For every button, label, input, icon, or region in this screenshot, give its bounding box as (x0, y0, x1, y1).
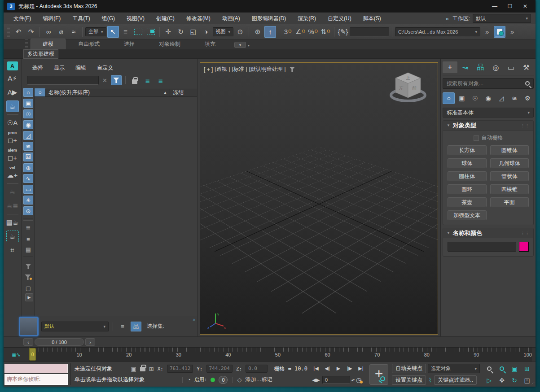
tab-modeling[interactable]: 建模 (31, 39, 66, 49)
unlink-selection-icon[interactable]: ⌀ (55, 26, 67, 38)
display-notes-icon[interactable]: ≣ (23, 223, 33, 232)
named-selection-field[interactable] (350, 27, 389, 36)
state-sets-button[interactable]: ⌗ (6, 244, 19, 256)
expand-panel-button[interactable]: ▶ (25, 293, 33, 301)
absolute-offset-icon[interactable]: ⊞ (149, 366, 154, 372)
light-explorer-button[interactable]: ☉A (6, 117, 19, 129)
select-and-rotate-icon[interactable]: ↻ (175, 26, 187, 38)
selection-lock-icon[interactable] (140, 365, 145, 373)
zoom-all-icon[interactable] (496, 363, 508, 374)
tab-modify[interactable]: ↝ (458, 61, 473, 73)
z-coordinate-field[interactable]: 0.0 (246, 365, 268, 373)
select-and-move-icon[interactable]: ✛ (162, 26, 174, 38)
tab-polygon-modeling[interactable]: 多边形建模 (23, 49, 58, 59)
zoom-extents-icon[interactable]: ▣ (509, 363, 520, 374)
frozen-column-header[interactable]: 冻结 (170, 89, 197, 96)
tab-hierarchy[interactable]: 品 (473, 61, 488, 73)
select-and-manipulate-icon[interactable]: ⊕ (252, 26, 263, 38)
resize-grip-icon[interactable]: ⋰ (531, 381, 535, 386)
use-pivot-center-icon[interactable]: ⊙ (234, 26, 246, 38)
listener-output-field[interactable] (4, 364, 68, 373)
category-shapes-icon[interactable]: ▣ (456, 92, 468, 104)
type-column-header[interactable]: ○ (35, 88, 45, 96)
tab-object-paint[interactable]: 对象绘制 (147, 39, 192, 49)
time-configuration-icon[interactable]: ◷ (356, 376, 361, 383)
angle-snap-icon[interactable]: ∠Ω (294, 26, 306, 38)
key-target-dropdown[interactable]: 选定对象▾ (428, 364, 480, 373)
tab-utilities[interactable]: ⚒ (519, 61, 534, 73)
tab-display[interactable]: ▭ (504, 61, 518, 73)
category-systems-icon[interactable]: ⚙ (522, 92, 534, 104)
filter-bones-icon[interactable]: ∿ (23, 174, 33, 183)
object-search-input[interactable]: 搜索所有对象... (443, 78, 534, 89)
menu-item-11[interactable]: 自定义(U) (322, 13, 357, 24)
script-editor-button[interactable]: A (7, 61, 18, 70)
render-region-button[interactable]: ☕ (6, 231, 19, 242)
snaps-toggle-3d-icon[interactable]: 3Ω (282, 26, 294, 38)
mini-curve-editor-icon[interactable]: ≣∿ (4, 348, 29, 362)
primitive-button-9[interactable]: 茶壶 (448, 197, 487, 207)
set-key-mode-button[interactable]: 设置关键点 (392, 375, 426, 385)
ribbon-grip[interactable] (25, 39, 28, 49)
render-setup-button[interactable]: ☕ (6, 100, 19, 112)
listener-input-field[interactable]: 脚本迷你侦听: (4, 374, 68, 385)
menu-item-4[interactable]: 组(G) (97, 13, 120, 24)
render-list-button[interactable]: ☕≣ (6, 200, 19, 212)
explorer-menu-3[interactable]: 编辑 (71, 63, 91, 73)
workspace-dropdown[interactable]: 默认▾ (473, 14, 531, 23)
explorer-overflow-icon[interactable]: » (193, 317, 195, 322)
hierarchy-view-icon[interactable]: 品 (131, 322, 141, 331)
filter-containers-icon[interactable]: ⊕ (23, 163, 33, 172)
primitive-button-2[interactable]: 圆锥体 (490, 145, 529, 155)
view-cube[interactable]: 上 左 前 (386, 69, 430, 110)
menu-item-12[interactable]: 脚本(S) (358, 13, 386, 24)
window-crossing-icon[interactable] (145, 26, 157, 38)
lock-explorer-icon[interactable] (129, 75, 140, 85)
active-view-thumbnail[interactable] (19, 317, 39, 336)
filter-settings-icon[interactable] (23, 273, 33, 282)
filter-xrefs-icon[interactable]: 回 (23, 152, 33, 161)
select-and-link-icon[interactable]: ∞ (43, 26, 54, 38)
create-proc-button[interactable]: proc◻+ (6, 131, 19, 146)
category-helpers-icon[interactable]: ◿ (495, 92, 507, 104)
frame-buffer-button[interactable]: ▤☕ (6, 217, 19, 228)
redo-icon[interactable]: ↷ (25, 26, 37, 38)
category-cameras-icon[interactable]: ◉ (482, 92, 494, 104)
explorer-search-input[interactable] (27, 76, 99, 85)
orbit-icon[interactable]: ↻ (509, 375, 520, 386)
display-list-icon[interactable]: ▤ (23, 245, 33, 254)
go-to-end-button[interactable]: ▶| (356, 364, 366, 373)
primitive-button-7[interactable]: 圆环 (448, 184, 487, 194)
primitive-button-11[interactable]: 加强型文本 (448, 210, 487, 220)
pan-icon[interactable]: ✥ (496, 375, 508, 386)
menu-item-5[interactable]: 视图(V) (121, 13, 150, 24)
toolbar-overflow-icon[interactable]: » (481, 26, 493, 38)
current-frame-field[interactable]: 0 (322, 376, 350, 384)
script-run-button[interactable]: A⚡ (6, 73, 19, 84)
layers-icon[interactable]: ≡ (117, 322, 128, 331)
primitive-button-6[interactable]: 管状体 (490, 171, 529, 181)
timeline-ruler[interactable]: 0 0102030405060708090100 (29, 348, 532, 362)
create-alem-button[interactable]: alem◻+ (6, 148, 19, 164)
select-by-name-icon[interactable]: ≡ (120, 26, 132, 38)
tab-selection[interactable]: 选择 (112, 39, 146, 49)
maximize-button[interactable]: ☐ (503, 2, 517, 11)
counter-badge[interactable]: 0 (219, 376, 228, 384)
filter-container-icon[interactable]: ▢ (23, 283, 33, 292)
explorer-menu-2[interactable]: 显示 (49, 63, 69, 73)
primitive-button-3[interactable]: 球体 (448, 158, 487, 168)
y-coordinate-field[interactable]: 744.204 (206, 365, 233, 373)
collapse-all-icon[interactable]: ≣ (155, 75, 166, 85)
zoom-extents-all-icon[interactable]: ⊞ (521, 363, 533, 374)
auto-key-button[interactable]: 自动关键点 (392, 364, 426, 373)
explorer-menu-4[interactable]: 自定义 (92, 63, 118, 73)
filter-geometry-icon[interactable]: ○ (23, 88, 33, 97)
rect-selection-region-icon[interactable] (132, 26, 144, 38)
time-slider-handle[interactable]: 0 (29, 348, 36, 361)
undo-icon[interactable]: ↶ (13, 26, 24, 38)
minimize-button[interactable]: — (488, 2, 501, 11)
create-vol-button[interactable]: vol☁+ (6, 166, 19, 181)
toolbar-overflow2-icon[interactable]: » (506, 26, 518, 38)
object-type-rollout-header[interactable]: ▼ 对象类型 ⋮⋮ (443, 121, 533, 131)
select-and-place-icon[interactable]: ◑ (200, 26, 212, 38)
